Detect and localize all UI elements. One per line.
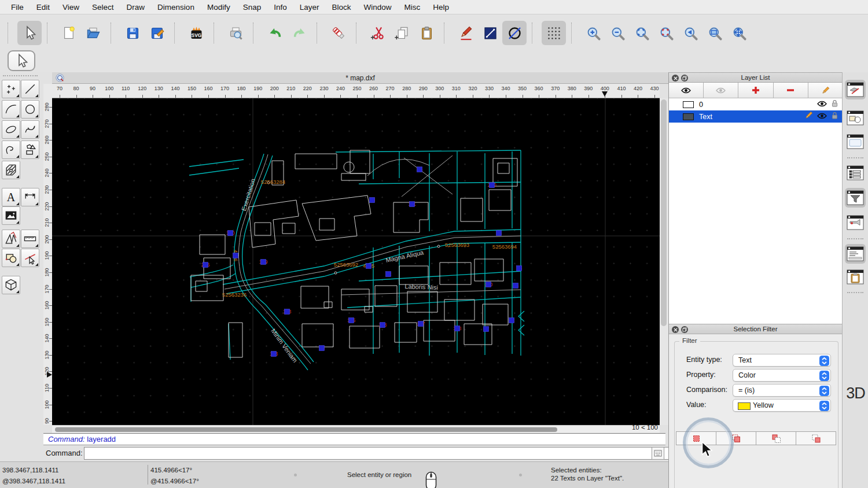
- pan-button[interactable]: [727, 21, 751, 45]
- road-number-label[interactable]: 52563284: [261, 179, 285, 185]
- house-number-label[interactable]: 16: [516, 265, 522, 271]
- vertical-scroll-thumb[interactable]: [661, 99, 667, 326]
- menu-select[interactable]: Select: [86, 3, 120, 12]
- property-dropdown[interactable]: Color: [733, 369, 831, 382]
- print-preview-button[interactable]: [223, 21, 248, 45]
- polyline-tool-button[interactable]: [2, 141, 20, 159]
- comparison-dropdown[interactable]: = (is): [733, 384, 831, 397]
- intersect-selection-button[interactable]: [796, 431, 836, 445]
- menu-draw[interactable]: Draw: [120, 3, 152, 12]
- house-number-label[interactable]: 117: [417, 321, 425, 327]
- menu-modify[interactable]: Modify: [201, 3, 237, 12]
- remove-layer-button[interactable]: [774, 83, 808, 98]
- menu-view[interactable]: View: [56, 3, 86, 12]
- house-number-label[interactable]: 4305: [363, 263, 374, 269]
- house-number-label[interactable]: 150: [226, 230, 234, 236]
- auto-zoom-button[interactable]: [630, 21, 654, 45]
- road-number-label[interactable]: 52563693: [445, 242, 469, 248]
- undo-button[interactable]: [263, 21, 287, 45]
- layer-lock-icon[interactable]: [831, 99, 838, 110]
- selection-arrow-button[interactable]: [17, 21, 42, 45]
- paste-button[interactable]: [414, 21, 439, 45]
- house-number-label[interactable]: 111: [408, 201, 416, 207]
- street-name-label[interactable]: Laboris Nisi: [404, 283, 438, 291]
- drafting-tool-button[interactable]: [2, 230, 20, 248]
- add-layer-button[interactable]: [738, 83, 773, 98]
- menu-edit[interactable]: Edit: [30, 3, 56, 12]
- menu-layer[interactable]: Layer: [293, 3, 326, 12]
- selection-pointer-button[interactable]: [8, 50, 35, 71]
- house-number-label[interactable]: 210: [487, 182, 496, 188]
- selection-filter-dock-button[interactable]: [845, 188, 866, 208]
- menu-window[interactable]: Window: [358, 3, 398, 12]
- house-number-label[interactable]: 12: [385, 271, 391, 277]
- layer-visibility-icon[interactable]: [817, 99, 827, 110]
- palette-drag-handle[interactable]: [3, 75, 38, 76]
- road-number-label[interactable]: 52563694: [492, 243, 517, 250]
- measure-tool-button[interactable]: [21, 230, 39, 248]
- open-file-button[interactable]: [81, 21, 105, 45]
- menu-misc[interactable]: Misc: [398, 3, 427, 12]
- house-number-label[interactable]: 113: [283, 309, 291, 315]
- library-browser-dock-button[interactable]: [845, 132, 866, 151]
- house-number-label[interactable]: 57: [483, 326, 489, 332]
- house-number-label[interactable]: 159: [259, 259, 267, 265]
- zoom-in-button[interactable]: [581, 21, 605, 45]
- replace-selection-button[interactable]: [676, 431, 716, 445]
- road-number-label[interactable]: 52563236: [222, 291, 247, 298]
- house-number-label[interactable]: 118: [378, 322, 387, 328]
- road-lines[interactable]: [189, 150, 524, 370]
- circle-tool-button[interactable]: [21, 100, 39, 119]
- point-tool-button[interactable]: [2, 80, 20, 98]
- line-tool-button[interactable]: [478, 21, 502, 45]
- zoom-window-button[interactable]: [703, 21, 727, 45]
- horizontal-scroll-thumb[interactable]: [55, 427, 557, 432]
- street-name-label[interactable]: Exercitation: [240, 178, 256, 212]
- road-number-label[interactable]: 52563692: [334, 261, 358, 268]
- view-projector-dock-button[interactable]: [845, 213, 866, 232]
- previous-view-button[interactable]: [678, 21, 703, 45]
- 3d-label[interactable]: 3D: [843, 385, 868, 402]
- layer-list-dock-button[interactable]: [845, 163, 866, 183]
- text-tool-button[interactable]: A: [2, 188, 20, 206]
- value-dropdown[interactable]: Yellow: [733, 399, 831, 412]
- layer-row-0[interactable]: 0: [669, 98, 843, 110]
- layer-lock-icon[interactable]: [831, 111, 838, 122]
- canvas-horizontal-scrollbar[interactable]: [52, 425, 660, 433]
- command-options-button[interactable]: [652, 447, 664, 460]
- arc-tool-button[interactable]: [2, 100, 20, 119]
- zoom-selection-button[interactable]: [654, 21, 678, 45]
- layer-row-text[interactable]: Text: [669, 110, 843, 123]
- save-button[interactable]: [120, 21, 145, 45]
- zoom-out-button[interactable]: [605, 21, 630, 45]
- solid-tool-button[interactable]: [2, 276, 20, 294]
- street-name-label[interactable]: Minim Veniam: [270, 327, 299, 364]
- layer-visibility-icon[interactable]: [817, 112, 827, 122]
- grid-toggle-button[interactable]: [542, 21, 566, 45]
- hatch-tool-button[interactable]: [2, 161, 20, 179]
- canvas-vertical-scrollbar[interactable]: [660, 98, 668, 425]
- circle-slash-button[interactable]: [502, 21, 527, 45]
- house-number-label[interactable]: 256: [201, 262, 209, 268]
- copy-button[interactable]: [390, 21, 414, 45]
- house-number-label[interactable]: 110: [484, 282, 492, 287]
- erase-button[interactable]: [326, 21, 351, 45]
- remove-from-selection-button[interactable]: [756, 431, 796, 445]
- hide-all-layers-button[interactable]: [704, 83, 738, 98]
- house-number-label[interactable]: 26: [513, 283, 518, 289]
- show-all-layers-button[interactable]: [669, 83, 704, 98]
- drawing-canvas[interactable]: ExercitationMagna AliquaLaboris NisiMini…: [52, 98, 660, 425]
- add-to-selection-button[interactable]: [716, 431, 756, 445]
- menu-file[interactable]: File: [5, 3, 30, 12]
- clipboard-dock-button[interactable]: [845, 267, 866, 287]
- save-as-button[interactable]: [145, 21, 169, 45]
- house-number-label[interactable]: 45: [417, 167, 422, 172]
- house-number-label[interactable]: 4306: [233, 250, 238, 261]
- command-input[interactable]: [84, 447, 694, 460]
- command-line-dock-button[interactable]: [845, 244, 866, 264]
- cut-button[interactable]: [366, 21, 390, 45]
- ellipse-tool-button[interactable]: [2, 120, 20, 139]
- menu-help[interactable]: Help: [426, 3, 455, 12]
- new-file-button[interactable]: [57, 21, 81, 45]
- svg-export-button[interactable]: SVG: [184, 21, 208, 45]
